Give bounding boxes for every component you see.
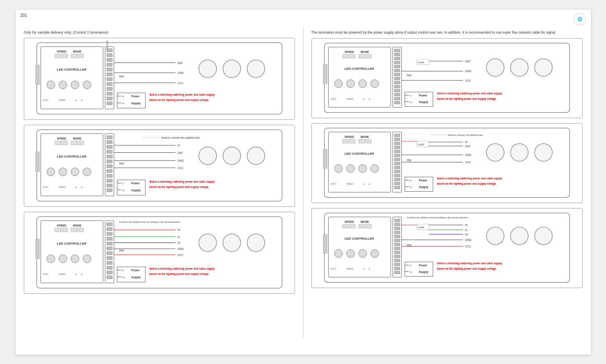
svg-rect-246	[394, 186, 400, 189]
svg-rect-7	[78, 54, 84, 58]
svg-rect-292	[394, 219, 400, 222]
svg-text:AUTO: AUTO	[330, 98, 336, 100]
svg-rect-179	[394, 49, 400, 52]
svg-rect-56	[62, 141, 68, 145]
svg-point-60	[46, 167, 55, 176]
svg-text:Supply: Supply	[131, 101, 141, 105]
svg-rect-22	[106, 58, 112, 62]
svg-text:based on the lighting power an: based on the lighting power and supply v…	[149, 185, 209, 188]
svg-text:Power: Power	[419, 264, 427, 267]
right-section: The luminaires must be powered by the po…	[303, 26, 591, 355]
svg-rect-77	[106, 169, 112, 172]
svg-rect-131	[106, 256, 112, 259]
svg-rect-127	[106, 237, 112, 240]
svg-text:V+: V+	[122, 102, 125, 104]
svg-rect-165	[349, 55, 355, 59]
svg-point-202	[486, 59, 504, 76]
svg-rect-27	[106, 82, 112, 85]
svg-rect-191	[394, 97, 400, 100]
svg-rect-122	[35, 238, 39, 259]
svg-rect-167	[365, 55, 371, 59]
svg-text:RW: RW	[119, 75, 124, 78]
svg-text:Connect the address line accor: Connect the address line according to th…	[119, 220, 181, 223]
svg-rect-186	[394, 77, 400, 80]
svg-point-116	[71, 254, 79, 263]
svg-text:►: ►	[81, 186, 83, 188]
svg-text:LED CONTROLLER: LED CONTROLLER	[344, 67, 374, 71]
right-section-note: The luminaires must be powered by the po…	[311, 30, 583, 35]
svg-text:◄: ◄	[75, 99, 77, 101]
diagram-R3: SPEED MODE LED CONTROLLER AUTO SPEED ◄ ►	[311, 208, 583, 288]
svg-rect-220	[358, 140, 364, 144]
svg-point-63	[83, 167, 91, 176]
svg-rect-164	[342, 55, 348, 59]
svg-text:Need to connect the address li: Need to connect the address line	[447, 134, 483, 137]
svg-point-93	[198, 147, 216, 164]
svg-text:VCC: VCC	[177, 253, 184, 256]
svg-text:Power: Power	[131, 182, 140, 185]
svg-point-261	[486, 144, 504, 161]
svg-text:SPEED: SPEED	[57, 224, 66, 227]
svg-text:Select a matching switching po: Select a matching switching power and ca…	[149, 180, 214, 183]
svg-rect-81	[106, 188, 112, 192]
svg-point-284	[358, 250, 366, 258]
svg-rect-177	[323, 64, 327, 84]
svg-point-285	[371, 250, 379, 258]
svg-rect-184	[394, 69, 400, 72]
left-section: Only for sample delivery only. (Control …	[16, 26, 303, 355]
svg-text:DAT: DAT	[465, 60, 471, 63]
svg-point-62	[71, 167, 79, 176]
svg-rect-235	[394, 142, 400, 145]
svg-text:V-: V-	[410, 179, 412, 182]
svg-text:◄: ◄	[362, 98, 364, 100]
svg-point-94	[223, 147, 240, 164]
svg-text:SPEED: SPEED	[344, 221, 354, 224]
svg-text:Need to connect the address li: Need to connect the address line	[161, 136, 199, 139]
svg-point-226	[371, 165, 379, 173]
svg-rect-188	[394, 85, 400, 88]
svg-text:VCC: VCC	[465, 79, 471, 82]
svg-rect-244	[394, 179, 400, 181]
svg-rect-305	[394, 271, 400, 274]
svg-text:GND: GND	[465, 154, 471, 157]
svg-text:SPEED: SPEED	[344, 51, 354, 54]
svg-text:Select a matching switching po: Select a matching switching power and ca…	[149, 93, 214, 96]
page: 201 🌐 Only for sample delivery only. (Co…	[16, 10, 591, 355]
svg-rect-70	[106, 135, 112, 139]
svg-text:Power: Power	[419, 179, 427, 182]
svg-rect-74	[106, 155, 112, 158]
svg-text:VCC: VCC	[177, 81, 184, 84]
svg-point-283	[346, 250, 355, 258]
svg-point-263	[535, 144, 552, 161]
svg-text:D+: D+	[177, 241, 181, 244]
svg-text:PI: PI	[177, 144, 180, 147]
svg-text:based on the lighting power an: based on the lighting power and supply v…	[149, 272, 209, 275]
svg-rect-71	[106, 140, 112, 144]
svg-rect-58	[78, 141, 84, 145]
svg-text:DAT: DAT	[177, 151, 183, 154]
svg-rect-219	[349, 140, 355, 144]
svg-text:RW: RW	[119, 249, 124, 252]
svg-rect-79	[106, 179, 112, 182]
svg-rect-180	[394, 53, 400, 56]
left-section-note: Only for sample delivery only. (Control …	[24, 30, 295, 34]
svg-text:Cat5E: Cat5E	[417, 61, 424, 64]
svg-rect-31	[106, 101, 112, 105]
svg-point-95	[247, 147, 265, 164]
svg-rect-21	[106, 53, 112, 57]
svg-text:MODE: MODE	[360, 51, 369, 54]
svg-rect-236	[394, 146, 400, 149]
svg-rect-237	[394, 150, 400, 153]
svg-rect-279	[358, 224, 364, 229]
translate-button[interactable]: 🌐	[574, 13, 586, 25]
svg-text:GND: GND	[465, 70, 471, 73]
diagram-R1: SPEED MODE LED CONTROLLER AUTO SPEED ◄ ►	[311, 38, 583, 118]
svg-rect-26	[106, 78, 112, 81]
svg-rect-57	[71, 141, 77, 145]
svg-text:SPEED: SPEED	[344, 136, 354, 139]
svg-text:AUTO: AUTO	[330, 183, 336, 185]
svg-text:RW: RW	[407, 74, 412, 77]
svg-text:V+: V+	[410, 271, 413, 273]
svg-rect-243	[394, 174, 400, 177]
svg-text:based on the lighting power an: based on the lighting power and supply v…	[149, 98, 209, 101]
